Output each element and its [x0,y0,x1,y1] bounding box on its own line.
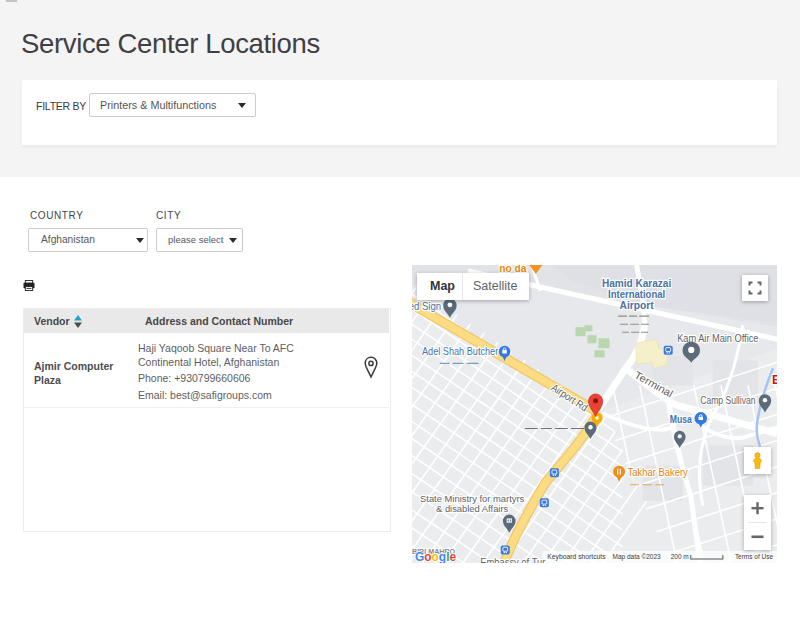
svg-text:Camp Sullivan: Camp Sullivan [700,395,755,406]
svg-text:Musa: Musa [670,413,693,425]
svg-text:ted Sign: ted Sign [412,300,441,312]
svg-text:200 m: 200 m [671,553,689,560]
svg-text:& disabled Affairs: & disabled Affairs [436,503,508,514]
svg-text:Adel Shah Butcher: Adel Shah Butcher [422,345,498,357]
svg-text:State Ministry for martyrs: State Ministry for martyrs [420,493,525,504]
svg-text:Google: Google [415,550,456,563]
svg-text:Terms of Use: Terms of Use [735,553,773,560]
svg-text:Airport: Airport [620,299,654,311]
svg-text:Embassy of Tur: Embassy of Tur [480,556,545,563]
svg-text:Takhar Bakery: Takhar Bakery [628,466,688,478]
svg-text:Keyboard shortcuts: Keyboard shortcuts [547,553,606,561]
svg-text:Map data ©2023: Map data ©2023 [613,553,661,561]
svg-text:E: E [772,373,777,387]
